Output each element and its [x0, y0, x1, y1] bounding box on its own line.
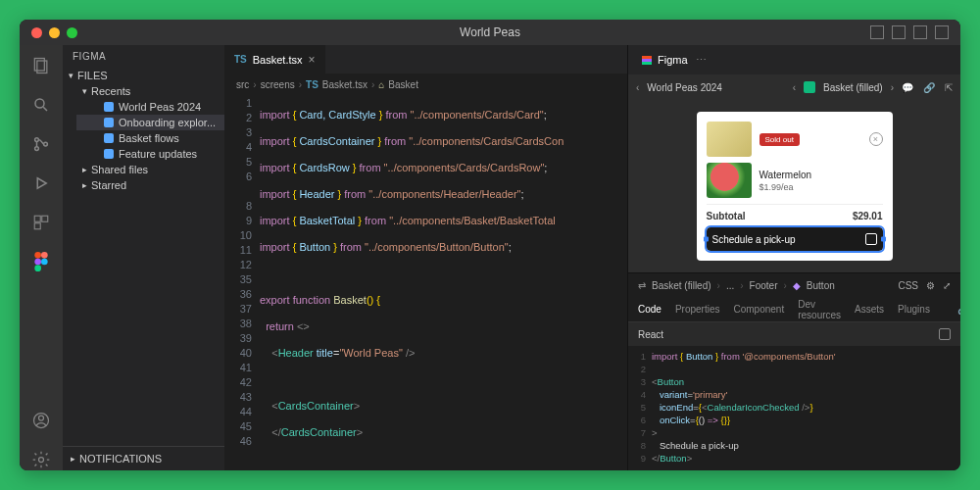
- sidebar-file-item[interactable]: World Peas 2024: [76, 99, 224, 115]
- figma-file-icon: [104, 149, 114, 159]
- svg-marker-7: [37, 178, 46, 189]
- css-label[interactable]: CSS: [898, 280, 918, 291]
- layout-controls: [870, 25, 960, 39]
- inspector-breadcrumb[interactable]: ⇄ Basket (filled)› ...› Footer› ◆Button …: [628, 273, 960, 297]
- extensions-icon[interactable]: [30, 212, 52, 233]
- source-control-icon[interactable]: [30, 133, 52, 155]
- sidebar-section-files[interactable]: FILES: [63, 68, 224, 83]
- window-minimize-button[interactable]: [49, 27, 60, 38]
- sidebar-section-starred[interactable]: Starred: [76, 177, 224, 193]
- debug-icon[interactable]: [30, 172, 52, 194]
- svg-point-5: [35, 147, 39, 151]
- settings-icon[interactable]: [30, 449, 52, 470]
- sidebar-file-item[interactable]: Basket flows: [76, 130, 224, 146]
- inspector-tab-component[interactable]: Component: [733, 304, 784, 315]
- product-name: Watermelon: [760, 170, 812, 180]
- svg-point-6: [44, 142, 48, 146]
- breadcrumb[interactable]: src› screens› TSBasket.tsx› ⌂Basket: [224, 74, 627, 94]
- svg-rect-8: [34, 216, 40, 221]
- figma-file-icon: [104, 102, 114, 112]
- product-image: [707, 122, 752, 157]
- svg-rect-9: [42, 216, 48, 221]
- svg-point-13: [34, 259, 41, 266]
- open-external-icon[interactable]: ⇱: [945, 82, 953, 93]
- inspector-tab-plugins[interactable]: Plugins: [898, 304, 930, 315]
- copy-icon[interactable]: [939, 328, 951, 340]
- svg-point-2: [35, 99, 44, 108]
- settings-icon[interactable]: ⚙: [926, 280, 935, 291]
- svg-line-3: [43, 107, 47, 111]
- code-area[interactable]: 12345689101112353637383940414243444546 i…: [224, 94, 627, 470]
- product-image: [707, 163, 752, 198]
- svg-point-4: [35, 138, 39, 142]
- figma-sidebar: FIGMA FILES Recents World Peas 2024 Onbo…: [63, 45, 224, 470]
- inspector-tab-code[interactable]: Code: [638, 304, 662, 315]
- figma-nav: ‹ World Peas 2024 ‹ Basket (filled) › 💬 …: [628, 74, 960, 100]
- figma-preview[interactable]: Sold out × Watermelon $1.99/ea Subtotal: [628, 100, 960, 272]
- window-title: World Peas: [460, 25, 520, 39]
- link-icon[interactable]: 🔗: [923, 82, 935, 93]
- typescript-icon: TS: [234, 54, 247, 65]
- explorer-icon[interactable]: [30, 55, 52, 76]
- svg-point-18: [39, 458, 44, 463]
- svg-point-15: [34, 265, 41, 271]
- close-tab-icon[interactable]: ×: [309, 53, 316, 67]
- sidebar-section-recents[interactable]: Recents: [76, 83, 224, 99]
- editor-tabs: TS Basket.tsx ×: [224, 45, 627, 74]
- figma-icon[interactable]: [30, 251, 52, 272]
- sidebar-section-notifications[interactable]: NOTIFICATIONS: [63, 446, 224, 470]
- back-icon[interactable]: ‹: [636, 82, 639, 93]
- back-icon[interactable]: ‹: [793, 82, 796, 93]
- sold-out-badge: Sold out: [760, 133, 800, 146]
- svg-point-12: [41, 252, 48, 259]
- panel-toggle-icon[interactable]: [935, 25, 949, 39]
- panel-toggle-icon[interactable]: [913, 25, 927, 39]
- figma-logo-icon: [642, 56, 652, 65]
- figma-frame-name[interactable]: Basket (filled): [823, 82, 883, 93]
- inspector-tab-assets[interactable]: Assets: [855, 304, 884, 315]
- sidebar-section-shared[interactable]: Shared files: [76, 162, 224, 177]
- figma-file-icon: [104, 118, 114, 127]
- figma-file-icon: [104, 133, 114, 143]
- figma-panel: Figma ⋯ ‹ World Peas 2024 ‹ Basket (fill…: [627, 45, 960, 470]
- subtotal-label: Subtotal: [707, 211, 746, 221]
- figma-file-name[interactable]: World Peas 2024: [647, 82, 722, 93]
- svg-point-11: [34, 252, 41, 259]
- basket-card: Sold out × Watermelon $1.99/ea Subtotal: [697, 112, 893, 261]
- svg-rect-10: [34, 223, 40, 229]
- sidebar-file-item[interactable]: Onboarding explor...: [76, 115, 224, 130]
- tab-label: Basket.tsx: [253, 54, 303, 66]
- panel-toggle-icon[interactable]: [870, 25, 884, 39]
- product-price: $1.99/ea: [760, 182, 812, 192]
- app-window: World Peas FIGMA FILES Recents: [20, 20, 960, 470]
- schedule-pickup-button[interactable]: Schedule a pick-up: [707, 227, 883, 251]
- snippet-language: React: [638, 329, 663, 340]
- subtotal-value: $29.01: [853, 211, 883, 221]
- panel-toggle-icon[interactable]: [892, 25, 906, 39]
- inspector-tab-properties[interactable]: Properties: [675, 304, 720, 315]
- search-icon[interactable]: [30, 94, 52, 116]
- sidebar-title: FIGMA: [63, 45, 224, 68]
- code-editor: TS Basket.tsx × src› screens› TSBasket.t…: [224, 45, 627, 470]
- expand-icon[interactable]: ⤢: [943, 280, 951, 291]
- chat-icon[interactable]: 💬: [902, 82, 913, 93]
- inspector-tab-dev[interactable]: Dev resources: [798, 299, 841, 320]
- activity-bar: [20, 45, 63, 470]
- editor-tab[interactable]: TS Basket.tsx ×: [224, 45, 326, 74]
- inspector-panel: ⇄ Basket (filled)› ...› Footer› ◆Button …: [628, 272, 960, 470]
- svg-point-14: [41, 259, 48, 266]
- account-icon[interactable]: [30, 410, 52, 431]
- line-gutter: 12345689101112353637383940414243444546: [224, 94, 260, 470]
- forward-icon[interactable]: ›: [891, 82, 894, 93]
- sidebar-file-item[interactable]: Feature updates: [76, 146, 224, 162]
- figma-panel-tab[interactable]: Figma ⋯: [628, 45, 720, 74]
- window-maximize-button[interactable]: [67, 27, 77, 38]
- code-snippet[interactable]: 123456789 import { Button } from '@compo…: [628, 346, 960, 468]
- inspector-tabs: Code Properties Component Dev resources …: [628, 297, 960, 322]
- code-lines[interactable]: import { Card, CardStyle } from "../comp…: [260, 94, 627, 470]
- component-icon: [804, 81, 815, 93]
- remove-icon[interactable]: ×: [869, 132, 883, 146]
- link-icon[interactable]: 🔗: [957, 304, 960, 315]
- window-close-button[interactable]: [31, 27, 42, 38]
- calendar-icon: [865, 233, 877, 245]
